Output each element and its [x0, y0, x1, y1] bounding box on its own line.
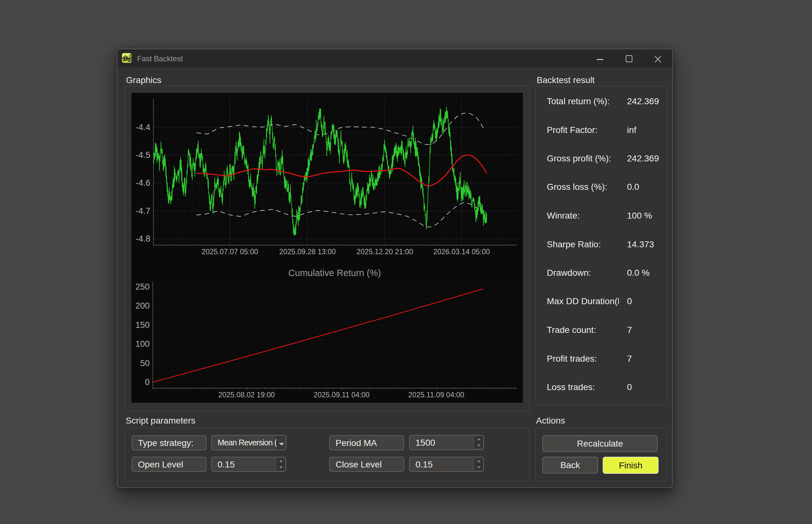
svg-text:-4.8: -4.8: [135, 234, 150, 244]
svg-text:-4.5: -4.5: [135, 150, 150, 160]
svg-text:2026.03.14 05:00: 2026.03.14 05:00: [433, 248, 490, 256]
svg-text:-4.4: -4.4: [135, 122, 150, 132]
svg-text:150: 150: [135, 320, 150, 330]
svg-text:2025.11.09 04:00: 2025.11.09 04:00: [408, 391, 464, 399]
svg-text:100: 100: [135, 339, 150, 349]
svg-text:2025.09.28 13:00: 2025.09.28 13:00: [279, 248, 336, 256]
svg-text:-4.7: -4.7: [135, 206, 150, 216]
svg-text:2025.09.11 04:00: 2025.09.11 04:00: [314, 391, 369, 399]
svg-text:200: 200: [135, 301, 150, 310]
svg-text:2025.12.20 21:00: 2025.12.20 21:00: [356, 248, 413, 256]
svg-text:-4.6: -4.6: [135, 178, 150, 187]
svg-text:50: 50: [140, 359, 150, 368]
svg-text:Cumulative Return (%): Cumulative Return (%): [288, 268, 381, 278]
svg-text:2025.07.07 05:00: 2025.07.07 05:00: [201, 248, 258, 256]
svg-text:0: 0: [145, 377, 150, 387]
svg-text:2025.08.02 19:00: 2025.08.02 19:00: [218, 391, 275, 399]
svg-text:250: 250: [135, 282, 150, 292]
